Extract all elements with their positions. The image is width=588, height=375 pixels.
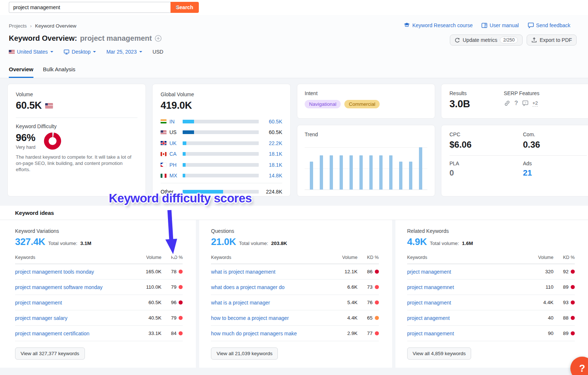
table-row: project maangement9089 <box>407 326 575 341</box>
keyword-count[interactable]: 4.9K <box>407 236 427 248</box>
header-keywords[interactable]: Keywords <box>407 255 529 260</box>
keyword-link[interactable]: project manager salary <box>15 315 67 321</box>
keyword-link[interactable]: project managemnet <box>407 284 454 290</box>
export-pdf-button[interactable]: Export to PDF <box>527 35 577 46</box>
divider <box>449 155 587 156</box>
country-filter[interactable]: United States <box>9 49 53 55</box>
keyword-link[interactable]: project managment <box>407 300 451 306</box>
total-volume-value: 3.1M <box>80 241 92 246</box>
header-keywords[interactable]: Keywords <box>211 255 333 260</box>
mx-flag-icon <box>161 174 166 178</box>
intent-label: Intent <box>305 90 427 96</box>
country-code[interactable]: UK <box>169 140 180 146</box>
update-metrics-button[interactable]: Update metrics 2/250 <box>450 35 523 46</box>
date-filter[interactable]: Mar 25, 2023 <box>106 49 142 55</box>
faq-icon[interactable]: ? <box>522 100 528 106</box>
kd-difficulty-dot <box>375 331 379 335</box>
country-code[interactable]: CA <box>169 151 180 157</box>
gridline <box>305 190 427 190</box>
link-label: Send feedback <box>536 22 570 28</box>
keyword-link[interactable]: what is a project manager <box>211 300 270 306</box>
country-code[interactable]: MX <box>169 173 180 179</box>
trend-chart <box>305 147 427 190</box>
global-volume-label: Global Volume <box>161 91 282 97</box>
header-kd[interactable]: KD % <box>358 255 379 260</box>
country-volume-value[interactable]: 18.1K <box>262 162 282 168</box>
global-volume-row: IN60.5K <box>161 116 282 127</box>
send-feedback-link[interactable]: Send feedback <box>528 22 570 28</box>
breadcrumb-projects[interactable]: Projects <box>9 23 27 29</box>
keyword-link[interactable]: what is project management <box>211 269 275 275</box>
keyword-link[interactable]: project maangement <box>407 331 454 336</box>
keyword-link[interactable]: project management tools monday <box>15 269 94 275</box>
graduation-cap-icon <box>404 22 410 28</box>
breadcrumb-current: Keyword Overview <box>35 23 76 29</box>
view-all-button[interactable]: View all 327,377 keywords <box>15 347 85 360</box>
keyword-research-course-link[interactable]: Keyword Research course <box>404 22 473 28</box>
button-label: Update metrics <box>463 37 497 43</box>
country-volume-value[interactable]: 14.8K <box>262 173 282 179</box>
keyword-link[interactable]: project management software monday <box>15 284 103 290</box>
user-manual-link[interactable]: User manual <box>481 22 519 28</box>
keyword-link[interactable]: what does a project manager do <box>211 284 284 290</box>
table-header: KeywordsVolumeKD % <box>211 255 379 264</box>
volume-cell: 40.5K <box>137 315 161 321</box>
intent-badge-navigational[interactable]: Navigational <box>305 100 341 108</box>
add-keyword-icon[interactable] <box>155 35 162 42</box>
intent-badge-commercial[interactable]: Commercial <box>344 100 380 108</box>
ads-value[interactable]: 21 <box>523 168 587 178</box>
ca-flag-icon <box>161 152 166 156</box>
country-volume-value[interactable]: 60.5K <box>262 119 282 125</box>
keyword-link[interactable]: prject management <box>407 269 451 275</box>
page-title-keyword: project management <box>80 34 152 43</box>
keyword-count[interactable]: 327.4K <box>15 236 45 248</box>
kd-description: The hardest keyword to compete for. It w… <box>16 154 137 173</box>
us-flag-icon <box>161 130 166 134</box>
keyword-link[interactable]: how to become a project manager <box>211 315 289 321</box>
table-row: project management60.5K96 <box>15 295 183 310</box>
header-volume[interactable]: Volume <box>333 255 358 260</box>
results-value: 3.0B <box>449 98 470 110</box>
country-code[interactable]: PH <box>169 162 180 168</box>
kd-level: Very hard <box>16 145 36 150</box>
device-filter-label: Desktop <box>72 49 90 55</box>
serp-more-features[interactable]: +2 <box>533 100 538 107</box>
keyword-link[interactable]: project management certification <box>15 331 89 336</box>
keyword-count[interactable]: 21.0K <box>211 236 236 248</box>
volume-cell: 12.1K <box>333 269 358 274</box>
total-volume-value: 203.8K <box>271 241 287 246</box>
people-also-ask-icon[interactable]: ? <box>514 100 518 107</box>
trend-bar <box>340 155 343 190</box>
header-volume[interactable]: Volume <box>529 255 553 260</box>
serp-features-label: SERP Features <box>504 90 539 96</box>
volume-cell: 110.0K <box>137 284 161 290</box>
kd-value: 92 <box>563 269 569 274</box>
clear-search-icon[interactable]: × <box>173 4 180 11</box>
trend-card: Trend <box>297 125 435 196</box>
keyword-link[interactable]: project management <box>15 300 62 306</box>
kd-cell: 93 <box>553 300 575 305</box>
header-kd[interactable]: KD % <box>553 255 575 260</box>
keyword-link[interactable]: project anagement <box>407 315 450 321</box>
global-volume-rows: IN60.5KUS60.5KUK22.2KCA18.1KPH18.1KMX14.… <box>161 116 282 197</box>
view-all-button[interactable]: View all 21,039 keywords <box>211 347 278 360</box>
country-volume-value[interactable]: 22.2K <box>262 140 282 146</box>
country-code[interactable]: IN <box>169 119 180 125</box>
header-keywords[interactable]: Keywords <box>15 255 137 260</box>
global-volume-row: US60.5K <box>161 127 282 138</box>
view-all-button[interactable]: View all 4,859 keywords <box>407 347 472 360</box>
update-quota-badge: 2/250 <box>500 37 518 43</box>
device-filter[interactable]: Desktop <box>64 49 96 55</box>
tab-bulk-analysis[interactable]: Bulk Analysis <box>43 66 75 78</box>
table-row: project anagement4088 <box>407 310 575 326</box>
country-volume-value[interactable]: 18.1K <box>262 151 282 157</box>
global-volume-row: CA18.1K <box>161 149 282 160</box>
sitelinks-icon[interactable] <box>504 100 510 107</box>
volume-cell: 60.5K <box>137 300 161 305</box>
volume-label: Volume <box>16 91 137 97</box>
kd-difficulty-dot <box>179 316 183 320</box>
search-input[interactable] <box>9 2 171 13</box>
tab-overview[interactable]: Overview <box>9 66 33 78</box>
table-row: project manager salary40.5K79 <box>15 310 183 326</box>
keyword-link[interactable]: how much do project managers make <box>211 331 297 336</box>
